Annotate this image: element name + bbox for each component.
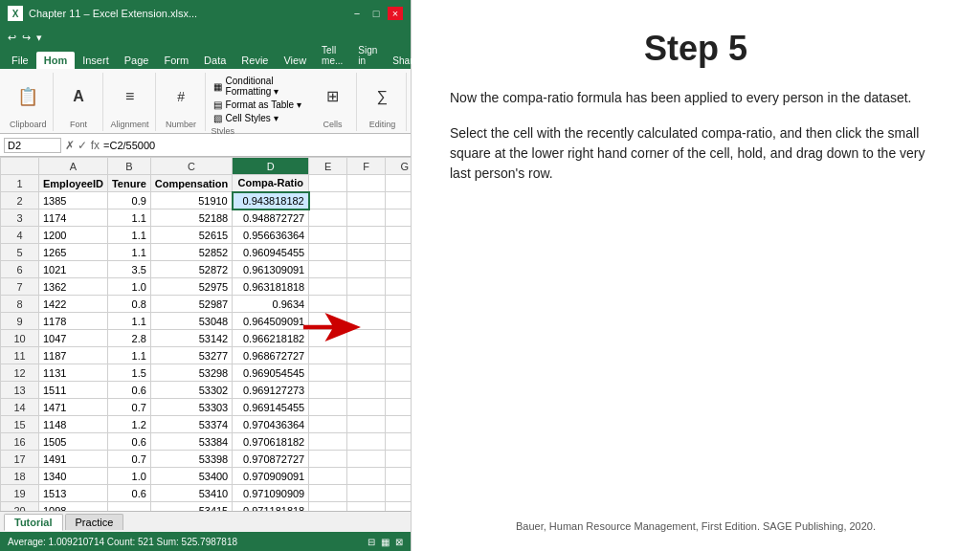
r13-b[interactable]: 0.6 [107, 382, 150, 399]
r5-f[interactable] [347, 244, 386, 261]
r4-e[interactable] [309, 227, 347, 244]
r17-f[interactable] [347, 451, 386, 468]
cell-reference-input[interactable] [4, 138, 61, 153]
r17-g[interactable] [386, 451, 411, 468]
r6-a[interactable]: 1021 [39, 261, 108, 278]
r16-b[interactable]: 0.6 [107, 433, 150, 451]
r7-f[interactable] [347, 278, 386, 296]
r5-c[interactable]: 52852 [150, 244, 232, 261]
r13-f[interactable] [347, 382, 386, 399]
r11-a[interactable]: 1187 [39, 347, 108, 364]
r12-d[interactable]: 0.969054545 [233, 364, 309, 382]
r5-g[interactable] [386, 244, 411, 261]
page-break-icon[interactable]: ⊠ [395, 537, 403, 547]
r15-d[interactable]: 0.970436364 [233, 416, 309, 433]
r20-b[interactable] [107, 502, 150, 512]
r9-a[interactable]: 1178 [39, 313, 108, 330]
r14-b[interactable]: 0.7 [107, 399, 150, 416]
r20-d[interactable]: 0.971181818 [233, 502, 309, 512]
r6-g[interactable] [386, 261, 411, 278]
undo-icon[interactable]: ↩ [8, 32, 16, 44]
r18-f[interactable] [347, 468, 386, 485]
r16-g[interactable] [386, 433, 411, 451]
r7-e[interactable] [309, 278, 347, 296]
r19-c[interactable]: 53410 [150, 485, 232, 502]
r8-a[interactable]: 1422 [39, 296, 108, 313]
r18-b[interactable]: 1.0 [107, 468, 150, 485]
r2-c[interactable]: 51910 [150, 192, 232, 209]
r5-b[interactable]: 1.1 [107, 244, 150, 261]
r3-d[interactable]: 0.948872727 [233, 209, 309, 227]
tab-home[interactable]: Hom [36, 52, 75, 69]
r11-d[interactable]: 0.968672727 [233, 347, 309, 364]
r8-d[interactable]: 0.9634 [233, 296, 309, 313]
r6-f[interactable] [347, 261, 386, 278]
r19-b[interactable]: 0.6 [107, 485, 150, 502]
r2-d[interactable]: 0.943818182 [233, 192, 309, 209]
r16-e[interactable] [309, 433, 347, 451]
col-c-header[interactable]: C [150, 158, 232, 175]
r2-f[interactable] [347, 192, 386, 209]
dropdown-icon[interactable]: ▾ [36, 32, 42, 44]
r14-e[interactable] [309, 399, 347, 416]
r11-f[interactable] [347, 347, 386, 364]
col-g-r1[interactable] [386, 175, 411, 192]
r13-d[interactable]: 0.969127273 [233, 382, 309, 399]
r9-c[interactable]: 53048 [150, 313, 232, 330]
r10-f[interactable] [347, 330, 386, 347]
r20-c[interactable]: 53415 [150, 502, 232, 512]
r9-g[interactable] [386, 313, 411, 330]
r16-a[interactable]: 1505 [39, 433, 108, 451]
r10-b[interactable]: 2.8 [107, 330, 150, 347]
font-button[interactable]: A [69, 86, 88, 107]
r18-g[interactable] [386, 468, 411, 485]
r9-b[interactable]: 1.1 [107, 313, 150, 330]
r13-a[interactable]: 1511 [39, 382, 108, 399]
r11-b[interactable]: 1.1 [107, 347, 150, 364]
sheet-tab-practice[interactable]: Practice [65, 514, 124, 530]
alignment-button[interactable]: ≡ [122, 86, 138, 107]
r15-e[interactable] [309, 416, 347, 433]
r17-a[interactable]: 1491 [39, 451, 108, 468]
r8-b[interactable]: 0.8 [107, 296, 150, 313]
r15-c[interactable]: 53374 [150, 416, 232, 433]
r17-b[interactable]: 0.7 [107, 451, 150, 468]
r18-a[interactable]: 1340 [39, 468, 108, 485]
redo-icon[interactable]: ↪ [22, 32, 31, 44]
clipboard-button[interactable]: 📋 [13, 86, 42, 107]
col-f-header[interactable]: F [347, 158, 386, 175]
r3-c[interactable]: 52188 [150, 209, 232, 227]
r6-e[interactable] [309, 261, 347, 278]
r18-c[interactable]: 53400 [150, 468, 232, 485]
r4-c[interactable]: 52615 [150, 227, 232, 244]
normal-view-icon[interactable]: ⊟ [368, 537, 375, 547]
r16-c[interactable]: 53384 [150, 433, 232, 451]
tab-page[interactable]: Page [117, 52, 157, 69]
r12-g[interactable] [386, 364, 411, 382]
r7-a[interactable]: 1362 [39, 278, 108, 296]
r11-e[interactable] [309, 347, 347, 364]
r15-g[interactable] [386, 416, 411, 433]
r20-g[interactable] [386, 502, 411, 512]
r6-d[interactable]: 0.961309091 [233, 261, 309, 278]
r3-a[interactable]: 1174 [39, 209, 108, 227]
tab-file[interactable]: File [4, 52, 36, 69]
r15-b[interactable]: 1.2 [107, 416, 150, 433]
col-e-r1[interactable] [309, 175, 347, 192]
close-button[interactable]: × [388, 7, 403, 20]
r11-c[interactable]: 53277 [150, 347, 232, 364]
r5-e[interactable] [309, 244, 347, 261]
formula-input[interactable] [103, 140, 407, 151]
page-layout-icon[interactable]: ▦ [381, 537, 390, 547]
r10-a[interactable]: 1047 [39, 330, 108, 347]
r20-a[interactable]: 1098 [39, 502, 108, 512]
r19-f[interactable] [347, 485, 386, 502]
r4-d[interactable]: 0.956636364 [233, 227, 309, 244]
col-c-header-cell[interactable]: Compensation [150, 175, 232, 192]
r4-f[interactable] [347, 227, 386, 244]
r5-d[interactable]: 0.960945455 [233, 244, 309, 261]
r17-e[interactable] [309, 451, 347, 468]
r9-e[interactable] [309, 313, 347, 330]
col-a-header[interactable]: A [39, 158, 108, 175]
col-a-header-cell[interactable]: EmployeeID [39, 175, 108, 192]
